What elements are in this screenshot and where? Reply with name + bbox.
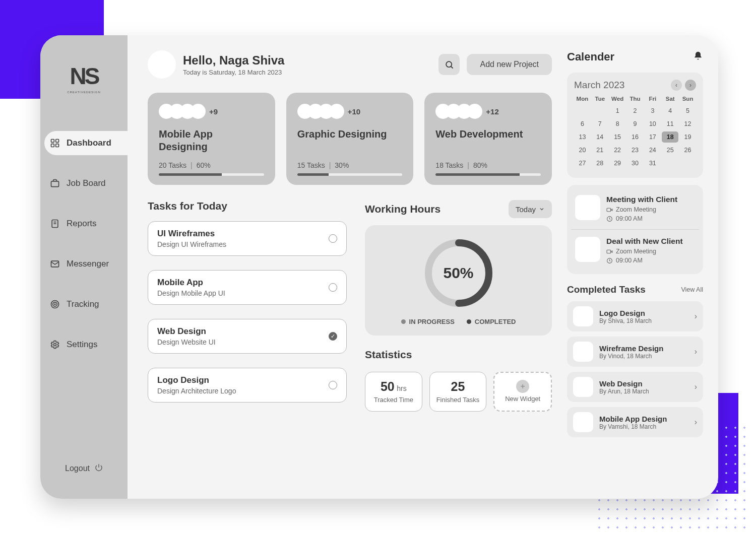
mail-icon xyxy=(49,258,60,270)
nav-label: Messenger xyxy=(67,259,109,269)
search-button[interactable] xyxy=(438,54,460,75)
gear-icon xyxy=(49,339,60,350)
cal-next-button[interactable]: › xyxy=(685,80,696,91)
calendar-month: March 2023 xyxy=(574,80,624,91)
completed-task-item[interactable]: Wireframe DesignBy Vinod, 18 March› xyxy=(567,337,703,367)
sidebar-item-tracking[interactable]: Tracking xyxy=(40,292,128,316)
greeting: Hello, Naga Shiva xyxy=(183,53,284,68)
working-hours-card: 50% IN PROGRESS COMPLETED xyxy=(365,225,552,336)
chevron-right-icon: › xyxy=(695,347,697,356)
calendar-day[interactable]: 1 xyxy=(609,105,626,116)
avatar-stack: +9 xyxy=(159,104,264,119)
header-row: Hello, Naga Shiva Today is Saturday, 18 … xyxy=(148,50,552,79)
project-card[interactable]: +9 Mobile App Designing 20 Tasks|60% xyxy=(148,93,275,185)
calendar-day[interactable]: 23 xyxy=(627,145,644,156)
avatar-stack: +12 xyxy=(435,104,541,119)
notification-bell[interactable] xyxy=(693,51,703,63)
calendar-grid: MonTueWedThuFriSatSun..12345678910111213… xyxy=(574,96,696,169)
new-widget-button[interactable]: + New Widget xyxy=(493,372,552,412)
task-title: Web Design xyxy=(157,326,216,337)
event-item[interactable]: Deal with New Client Zoom Meeting 09:00 … xyxy=(571,229,699,271)
calendar-day[interactable]: 30 xyxy=(627,158,644,169)
calendar-day[interactable]: 5 xyxy=(679,105,696,116)
sidebar-item-messenger[interactable]: Messenger xyxy=(40,252,128,276)
completed-task-item[interactable]: Logo DesignBy Shiva, 18 March› xyxy=(567,301,703,331)
calendar-day[interactable]: 8 xyxy=(609,118,626,129)
event-time: 09:00 AM xyxy=(616,215,643,222)
main: Hello, Naga Shiva Today is Saturday, 18 … xyxy=(128,35,718,499)
project-card[interactable]: +10 Graphic Designing 15 Tasks|30% xyxy=(286,93,414,185)
calendar-day[interactable]: 10 xyxy=(644,118,661,129)
completed-task-item[interactable]: Mobile App DesignBy Vamshi, 18 March› xyxy=(567,407,703,437)
project-card[interactable]: +12 Web Development 18 Tasks|80% xyxy=(424,93,552,185)
calendar-day[interactable]: 31 xyxy=(644,158,661,169)
svg-rect-3 xyxy=(56,144,59,147)
nav: DashboardJob BoardReportsMessengerTracki… xyxy=(40,131,128,357)
stat-tracked-time: 50 hrs Tracked Time xyxy=(365,372,422,412)
calendar-day[interactable]: 19 xyxy=(679,131,696,143)
calendar-day[interactable]: 21 xyxy=(592,145,608,156)
legend-completed: COMPLETED xyxy=(475,318,516,325)
dow-label: Thu xyxy=(627,96,644,102)
nav-label: Settings xyxy=(67,340,97,350)
calendar-box: March 2023 ‹ › MonTueWedThuFriSatSun..12… xyxy=(567,73,703,178)
svg-line-15 xyxy=(451,66,453,68)
task-sub: Design Website UI xyxy=(157,338,216,346)
calendar-day[interactable]: 11 xyxy=(662,118,678,129)
task-count: 20 Tasks xyxy=(159,161,186,169)
task-status-icon[interactable] xyxy=(329,283,337,292)
calendar-day[interactable]: 27 xyxy=(574,158,591,169)
calendar-day[interactable]: 26 xyxy=(679,145,696,156)
calendar-day[interactable]: 12 xyxy=(679,118,696,129)
calendar-day[interactable]: 2 xyxy=(627,105,644,116)
calendar-day[interactable]: 9 xyxy=(627,118,644,129)
calendar-day[interactable]: 20 xyxy=(574,145,591,156)
new-widget-label: New Widget xyxy=(497,395,548,403)
clock-icon xyxy=(606,216,613,222)
stat-label: Tracked Time xyxy=(368,396,419,404)
center-col: Hello, Naga Shiva Today is Saturday, 18 … xyxy=(148,50,552,487)
sidebar-item-job-board[interactable]: Job Board xyxy=(40,171,128,195)
chevron-right-icon: › xyxy=(695,418,697,427)
task-status-icon[interactable] xyxy=(329,332,337,341)
sidebar-item-dashboard[interactable]: Dashboard xyxy=(44,131,128,155)
calendar-day[interactable]: 22 xyxy=(609,145,626,156)
logo-sub: CREATIVEDESIGN xyxy=(67,91,101,94)
period-label: Today xyxy=(516,205,536,214)
task-item[interactable]: Logo DesignDesign Architecture Logo xyxy=(148,368,347,403)
sidebar-item-settings[interactable]: Settings xyxy=(40,332,128,357)
calendar-day[interactable]: 28 xyxy=(592,158,608,169)
task-item[interactable]: UI WireframesDesign UI Wireframes xyxy=(148,221,347,256)
calendar-day[interactable]: 18 xyxy=(662,131,678,143)
add-project-button[interactable]: Add new Project xyxy=(467,54,552,75)
calendar-day[interactable]: 25 xyxy=(662,145,678,156)
target-icon xyxy=(49,299,60,310)
avatar[interactable] xyxy=(148,50,176,79)
task-item[interactable]: Web DesignDesign Website UI xyxy=(148,319,347,354)
calendar-day[interactable]: 14 xyxy=(592,131,608,143)
calendar-day[interactable]: 17 xyxy=(644,131,661,143)
event-item[interactable]: Meeting with Client Zoom Meeting 09:00 A… xyxy=(571,188,699,229)
calendar-day[interactable]: 6 xyxy=(574,118,591,129)
calendar-day[interactable]: 15 xyxy=(609,131,626,143)
calendar-day[interactable]: 7 xyxy=(592,118,608,129)
task-item[interactable]: Mobile AppDesign Mobile App UI xyxy=(148,270,347,305)
task-title: Logo Design xyxy=(157,375,236,385)
ct-thumb xyxy=(573,412,593,432)
logout-button[interactable]: Logout xyxy=(65,463,103,474)
calendar-day[interactable]: 13 xyxy=(574,131,591,143)
task-status-icon[interactable] xyxy=(329,381,337,389)
calendar-day[interactable]: 29 xyxy=(609,158,626,169)
calendar-day[interactable]: 4 xyxy=(662,105,678,116)
completed-task-item[interactable]: Web DesignBy Arun, 18 March› xyxy=(567,372,703,402)
calendar-day[interactable]: 16 xyxy=(627,131,644,143)
view-all-link[interactable]: View All xyxy=(681,286,703,293)
sidebar-item-reports[interactable]: Reports xyxy=(40,212,128,236)
task-sub: Design Architecture Logo xyxy=(157,387,236,395)
calendar-day[interactable]: 24 xyxy=(644,145,661,156)
cal-prev-button[interactable]: ‹ xyxy=(671,80,682,91)
task-status-icon[interactable] xyxy=(329,234,337,243)
calendar-day[interactable]: 3 xyxy=(644,105,661,116)
project-title: Web Development xyxy=(435,128,541,153)
period-dropdown[interactable]: Today xyxy=(509,200,552,218)
